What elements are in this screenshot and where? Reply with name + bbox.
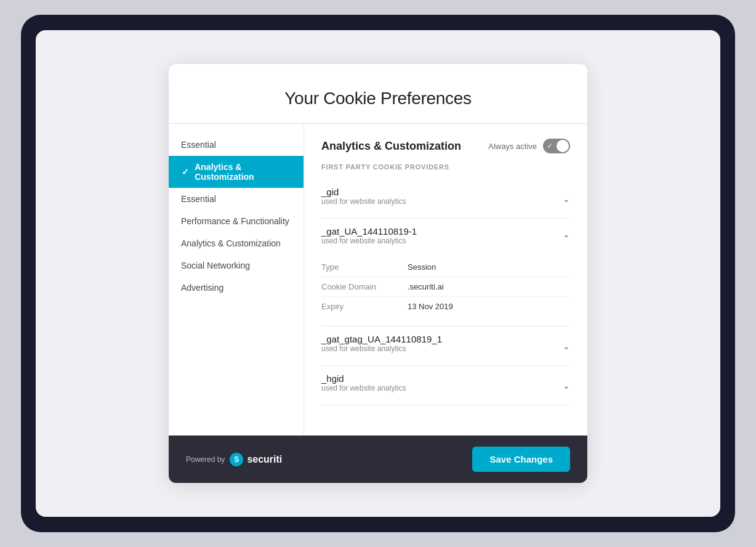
toggle-check-icon: ✓ bbox=[547, 142, 553, 150]
section-header: Analytics & Customization Always active … bbox=[321, 139, 570, 153]
always-active-label: Always active bbox=[488, 142, 537, 151]
modal-footer: Powered by S securiti Save Changes bbox=[169, 436, 587, 483]
cookie-details-gat-ua: Type Session Cookie Domain .securiti.ai … bbox=[321, 257, 570, 326]
securiti-logo: S securiti bbox=[230, 453, 282, 466]
section-title: Analytics & Customization bbox=[321, 140, 461, 153]
providers-label: FIRST PARTY COOKIE PROVIDERS bbox=[321, 163, 570, 171]
cookie-item-gat-gtag: _gat_gtag_UA_144110819_1 used for websit… bbox=[321, 326, 570, 366]
sidebar-item-analytics-customization-active[interactable]: ✓ Analytics & Customization bbox=[169, 156, 304, 188]
cookie-desc-gid: used for website analytics bbox=[321, 197, 406, 206]
cookie-name-hgid: _hgid bbox=[321, 373, 406, 384]
cookie-item-gat-gtag-info: _gat_gtag_UA_144110819_1 used for websit… bbox=[321, 334, 442, 358]
sidebar-item-label: Essential bbox=[181, 140, 216, 150]
cookie-name-gid: _gid bbox=[321, 187, 406, 197]
cookie-name-gat-ua: _gat_UA_144110819-1 bbox=[321, 226, 417, 237]
sidebar-item-label: Social Networking bbox=[181, 261, 250, 270]
device-frame: Your Cookie Preferences Essential ✓ Anal… bbox=[21, 15, 735, 532]
detail-row-expiry: Expiry 13 Nov 2019 bbox=[321, 297, 570, 316]
chevron-down-icon-gid: ⌄ bbox=[563, 194, 570, 204]
sidebar-item-essential-top[interactable]: Essential bbox=[169, 134, 304, 156]
cookie-name-gat-gtag: _gat_gtag_UA_144110819_1 bbox=[321, 334, 442, 344]
sidebar-item-label: Essential bbox=[181, 194, 216, 204]
detail-value-expiry: 13 Nov 2019 bbox=[408, 302, 453, 311]
cookie-details-table: Type Session Cookie Domain .securiti.ai … bbox=[321, 257, 570, 316]
cookie-item-gat-ua-header[interactable]: _gat_UA_144110819-1 used for website ana… bbox=[321, 219, 570, 257]
detail-row-domain: Cookie Domain .securiti.ai bbox=[321, 277, 570, 297]
cookie-item-hgid: _hgid used for website analytics ⌄ bbox=[321, 366, 570, 405]
detail-label-type: Type bbox=[321, 262, 408, 272]
cookie-item-hgid-info: _hgid used for website analytics bbox=[321, 373, 406, 397]
sidebar-item-analytics-customization-2[interactable]: Analytics & Customization bbox=[169, 232, 304, 254]
cookie-item-gid: _gid used for website analytics ⌄ bbox=[321, 179, 570, 219]
sidebar-item-performance-functionality[interactable]: Performance & Functionality bbox=[169, 210, 304, 232]
always-active-container: Always active ✓ bbox=[488, 139, 570, 153]
powered-by-container: Powered by S securiti bbox=[186, 453, 282, 466]
cookie-item-gid-header[interactable]: _gid used for website analytics ⌄ bbox=[321, 179, 570, 218]
sidebar-item-label: Advertising bbox=[181, 283, 223, 293]
cookie-desc-hgid: used for website analytics bbox=[321, 384, 406, 392]
check-icon: ✓ bbox=[181, 167, 190, 177]
sidebar-item-social-networking[interactable]: Social Networking bbox=[169, 254, 304, 277]
chevron-down-icon-gat-gtag: ⌄ bbox=[563, 341, 570, 351]
detail-value-domain: .securiti.ai bbox=[408, 282, 444, 291]
screen: Your Cookie Preferences Essential ✓ Anal… bbox=[36, 30, 720, 517]
sidebar-item-essential[interactable]: Essential bbox=[169, 188, 304, 210]
detail-value-type: Session bbox=[408, 262, 436, 272]
sidebar: Essential ✓ Analytics & Customization Es… bbox=[169, 124, 304, 436]
cookie-item-gat-gtag-header[interactable]: _gat_gtag_UA_144110819_1 used for websit… bbox=[321, 326, 570, 365]
powered-by-text: Powered by bbox=[186, 455, 225, 464]
securiti-brand-name: securiti bbox=[247, 454, 282, 465]
sidebar-item-label: Analytics & Customization bbox=[181, 238, 281, 248]
sidebar-item-advertising[interactable]: Advertising bbox=[169, 277, 304, 299]
modal-title: Your Cookie Preferences bbox=[193, 89, 563, 108]
detail-label-expiry: Expiry bbox=[321, 302, 408, 311]
cookie-item-hgid-header[interactable]: _hgid used for website analytics ⌄ bbox=[321, 366, 570, 405]
cookie-item-gat-ua: _gat_UA_144110819-1 used for website ana… bbox=[321, 219, 570, 326]
save-changes-button[interactable]: Save Changes bbox=[472, 447, 570, 472]
cookie-desc-gat-ua: used for website analytics bbox=[321, 237, 417, 245]
securiti-icon: S bbox=[230, 453, 243, 466]
chevron-up-icon-gat-ua: ⌃ bbox=[563, 233, 570, 243]
modal-header: Your Cookie Preferences bbox=[169, 64, 587, 124]
cookie-item-gid-info: _gid used for website analytics bbox=[321, 187, 406, 211]
cookie-preferences-modal: Your Cookie Preferences Essential ✓ Anal… bbox=[169, 64, 587, 483]
detail-row-type: Type Session bbox=[321, 257, 570, 277]
sidebar-item-label: Performance & Functionality bbox=[181, 216, 289, 226]
chevron-down-icon-hgid: ⌄ bbox=[563, 381, 570, 391]
cookie-item-gat-ua-info: _gat_UA_144110819-1 used for website ana… bbox=[321, 226, 417, 250]
detail-label-domain: Cookie Domain bbox=[321, 282, 408, 291]
always-active-toggle[interactable]: ✓ bbox=[543, 139, 570, 153]
modal-body: Essential ✓ Analytics & Customization Es… bbox=[169, 124, 587, 436]
main-content: Analytics & Customization Always active … bbox=[304, 124, 587, 436]
sidebar-item-label: Analytics & Customization bbox=[195, 162, 291, 182]
cookie-desc-gat-gtag: used for website analytics bbox=[321, 344, 442, 353]
